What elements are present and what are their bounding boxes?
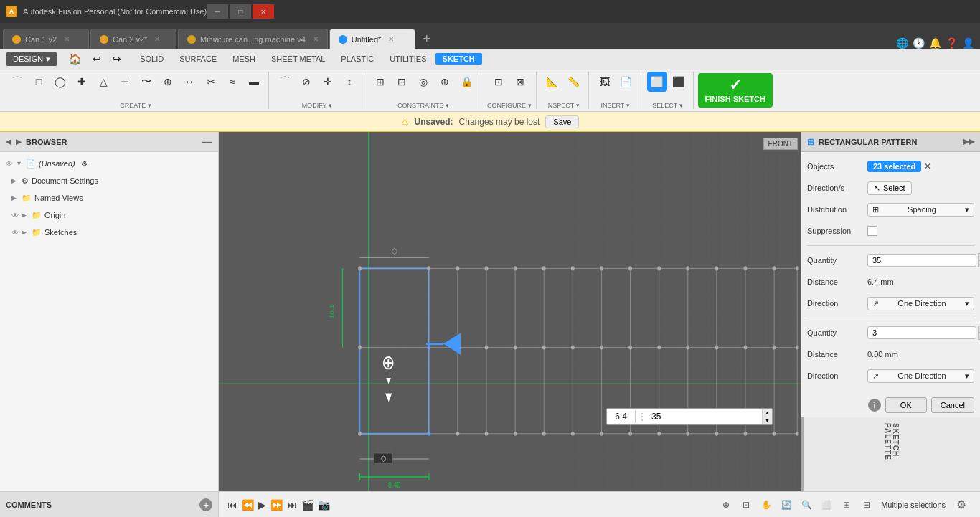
- tab-untitled[interactable]: Untitled* ✕: [329, 29, 415, 49]
- offset-modify[interactable]: ⊘: [296, 72, 316, 92]
- arc-tool[interactable]: ⌒: [7, 72, 27, 92]
- snap-icon[interactable]: ⊕: [717, 496, 735, 513]
- browser-collapse-icon[interactable]: ◀: [6, 138, 11, 146]
- suppression-checkbox[interactable]: [867, 226, 877, 236]
- inline-spin-down[interactable]: ▼: [762, 417, 772, 424]
- coincident-tool[interactable]: ⊞: [370, 72, 390, 92]
- redo-icon[interactable]: ↪: [113, 53, 121, 65]
- fix-tool[interactable]: 🔒: [456, 72, 476, 92]
- fillet-tool[interactable]: ⌒: [275, 72, 295, 92]
- design-label: DESIGN: [13, 54, 43, 63]
- tab-close-untitled[interactable]: ✕: [388, 35, 394, 43]
- tab-can1[interactable]: Can 1 v2 ✕: [3, 29, 89, 49]
- tab-close-can2[interactable]: ✕: [154, 35, 160, 43]
- clear-selection-button[interactable]: ✕: [923, 161, 933, 171]
- tree-item-docsettings[interactable]: ▶ ⚙ Document Settings: [0, 172, 218, 189]
- inline-spin-up[interactable]: ▲: [762, 409, 772, 417]
- quantity2-input[interactable]: [867, 326, 976, 339]
- undo-icon[interactable]: ↩: [93, 53, 101, 65]
- quantity1-input[interactable]: [867, 254, 976, 267]
- maximize-button[interactable]: □: [230, 4, 251, 19]
- tab-plastic[interactable]: PLASTIC: [334, 53, 381, 65]
- move-copy[interactable]: ✛: [318, 72, 338, 92]
- direction1-dropdown[interactable]: ↗ One Direction ▾: [867, 297, 974, 310]
- tab-mesh[interactable]: MESH: [225, 53, 263, 65]
- concentric-tool[interactable]: ◎: [413, 72, 433, 92]
- distribution-dropdown[interactable]: ⊞ Spacing ▾: [867, 203, 974, 217]
- tab-surface[interactable]: SURFACE: [172, 53, 224, 65]
- circle-tool[interactable]: ◯: [50, 72, 70, 92]
- browser-close-icon[interactable]: —: [202, 136, 212, 148]
- cancel-button[interactable]: Cancel: [931, 397, 974, 413]
- select-tool[interactable]: ⬜: [647, 72, 667, 92]
- grid2-icon[interactable]: ⊞: [838, 496, 855, 513]
- playback-begin-button[interactable]: ⏮: [227, 499, 237, 511]
- add-comment-button[interactable]: +: [199, 498, 212, 511]
- configure-tool2[interactable]: ⊠: [510, 72, 530, 92]
- rect-tool[interactable]: □: [29, 72, 49, 92]
- insert-image[interactable]: 🖼: [595, 72, 615, 92]
- sketch-palette-tab[interactable]: SKETCH PALETTE: [801, 417, 980, 491]
- point-tool[interactable]: ✚: [72, 72, 92, 92]
- spline-tool[interactable]: 〜: [136, 72, 156, 92]
- ok-button[interactable]: OK: [885, 397, 927, 413]
- settings-gear-button[interactable]: ⚙: [951, 495, 971, 515]
- display-icon[interactable]: ⊟: [858, 496, 875, 513]
- inspect-tool2[interactable]: 📏: [564, 72, 584, 92]
- info-button[interactable]: i: [868, 399, 881, 412]
- line-tool[interactable]: ⊣: [115, 72, 135, 92]
- design-menu[interactable]: DESIGN ▾: [6, 52, 57, 66]
- home-icon[interactable]: 🏠: [69, 53, 81, 65]
- view-cube[interactable]: FRONT: [758, 132, 801, 175]
- tree-item-origin[interactable]: 👁 ▶ 📁 Origin: [0, 207, 218, 224]
- mirror-tool[interactable]: ↔: [179, 72, 199, 92]
- configure-tool1[interactable]: ⊡: [489, 72, 509, 92]
- select-direction-button[interactable]: ↖ Select: [867, 181, 912, 195]
- save-button[interactable]: Save: [545, 115, 579, 128]
- camera-button[interactable]: 📷: [318, 499, 330, 511]
- tab-sketch[interactable]: SKETCH: [435, 53, 482, 65]
- fit-icon[interactable]: ⬜: [818, 496, 835, 513]
- zoom-icon[interactable]: 🔍: [798, 496, 815, 513]
- playback-end-button[interactable]: ⏭: [287, 499, 297, 511]
- canvas-area[interactable]: FRONT: [219, 132, 801, 491]
- offset-tool[interactable]: ⊕: [158, 72, 178, 92]
- tab-sheetmetal[interactable]: SHEET METAL: [264, 53, 332, 65]
- tab-close-can1[interactable]: ✕: [64, 35, 70, 43]
- scale-tool[interactable]: ↕: [339, 72, 359, 92]
- tab-can2[interactable]: Can 2 v2* ✕: [90, 29, 176, 49]
- direction2-dropdown[interactable]: ↗ One Direction ▾: [867, 369, 974, 383]
- extend-tool[interactable]: ≈: [222, 72, 242, 92]
- collinear-tool[interactable]: ⊟: [392, 72, 412, 92]
- panel-expand-icon[interactable]: ▶▶: [963, 137, 974, 146]
- pan-icon[interactable]: ✋: [758, 496, 775, 513]
- inline-input-popup[interactable]: 6.4 ⋮ ▲ ▼: [606, 408, 773, 425]
- tab-utilities[interactable]: UTILITIES: [382, 53, 433, 65]
- tree-item-namedviews[interactable]: ▶ 📁 Named Views: [0, 189, 218, 207]
- tab-miniature[interactable]: Miniature can...ng machine v4 ✕: [178, 29, 328, 49]
- inspect-tool1[interactable]: 📐: [542, 72, 562, 92]
- slot-tool[interactable]: ▬: [244, 72, 264, 92]
- inline-quantity-input[interactable]: [649, 410, 762, 423]
- tree-item-sketches[interactable]: 👁 ▶ 📁 Sketches: [0, 224, 218, 241]
- playback-prev-button[interactable]: ⏪: [242, 499, 254, 511]
- browser-expand-icon[interactable]: ▶: [16, 138, 22, 146]
- tab-close-miniature[interactable]: ✕: [313, 35, 319, 43]
- insert-dxf[interactable]: 📄: [616, 72, 636, 92]
- close-button[interactable]: ✕: [253, 4, 274, 19]
- midpoint-tool[interactable]: ⊕: [435, 72, 455, 92]
- record-button[interactable]: 🎬: [301, 499, 314, 511]
- trim-tool[interactable]: ✂: [201, 72, 221, 92]
- select-filter[interactable]: ⬛: [669, 72, 689, 92]
- orbit-icon[interactable]: 🔄: [778, 496, 795, 513]
- grid-icon[interactable]: ⊡: [738, 496, 755, 513]
- tab-solid[interactable]: SOLID: [133, 53, 171, 65]
- new-tab-button[interactable]: +: [417, 29, 437, 49]
- finish-sketch-button[interactable]: ✓ FINISH SKETCH: [698, 73, 773, 108]
- playback-next-button[interactable]: ⏩: [270, 499, 283, 511]
- tree-item-root[interactable]: 👁 ▼ 📄 (Unsaved) ⚙: [0, 155, 218, 172]
- polygon-tool[interactable]: △: [93, 72, 113, 92]
- minimize-button[interactable]: ─: [207, 4, 228, 19]
- playback-play-button[interactable]: ▶: [258, 499, 266, 511]
- constraint-tools: ⊞ ⊟ ◎ ⊕ 🔒: [370, 72, 476, 92]
